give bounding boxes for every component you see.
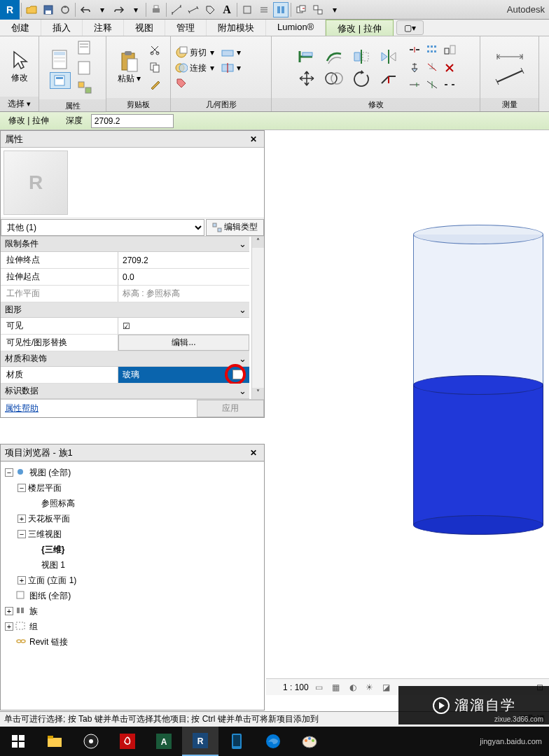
trim-button[interactable] bbox=[376, 68, 401, 89]
project-units-button[interactable] bbox=[75, 58, 96, 78]
undo-icon[interactable] bbox=[78, 2, 93, 18]
text-icon[interactable]: A bbox=[219, 2, 235, 18]
save-icon[interactable] bbox=[41, 2, 56, 18]
split-gap-button[interactable] bbox=[441, 76, 458, 93]
sun-path-icon[interactable]: ☀ bbox=[363, 681, 376, 694]
measure-icon[interactable] bbox=[169, 2, 184, 18]
redo-dropdown-icon[interactable]: ▾ bbox=[128, 2, 144, 18]
netease-icon[interactable] bbox=[109, 727, 146, 756]
detail-icon[interactable]: ▦ bbox=[330, 681, 342, 694]
tree-groups[interactable]: +组 bbox=[2, 619, 263, 634]
cut-geometry-button[interactable]: 剪切▾ ▾ bbox=[175, 46, 241, 59]
tree-ref-level[interactable]: 参照标高 bbox=[2, 496, 263, 511]
revit-logo-icon[interactable]: R bbox=[0, 0, 20, 20]
tab-create[interactable]: 创建 bbox=[0, 20, 41, 36]
mirror-draw-button[interactable] bbox=[376, 46, 401, 67]
edge-icon[interactable] bbox=[255, 727, 291, 756]
array-button[interactable] bbox=[424, 41, 440, 58]
tab-lumion[interactable]: Lumion® bbox=[266, 20, 326, 36]
modify-button[interactable]: 修改 bbox=[4, 47, 35, 87]
copy-button[interactable] bbox=[146, 59, 163, 76]
tab-manage[interactable]: 管理 bbox=[165, 20, 207, 36]
apply-button[interactable]: 应用 bbox=[197, 400, 264, 417]
groove-icon[interactable] bbox=[73, 727, 109, 756]
start-icon[interactable] bbox=[0, 727, 36, 756]
tab-addins[interactable]: 附加模块 bbox=[207, 20, 266, 36]
family-category-button[interactable] bbox=[75, 78, 96, 98]
shadow-icon[interactable]: ◪ bbox=[380, 681, 393, 694]
pin-button[interactable] bbox=[406, 59, 423, 76]
properties-scrollbar[interactable]: ˄ ˅ bbox=[251, 237, 264, 399]
open-icon[interactable] bbox=[24, 2, 39, 18]
autocad-icon[interactable]: A bbox=[146, 727, 182, 756]
move-button[interactable] bbox=[294, 68, 319, 89]
measure-tool-icon[interactable] bbox=[494, 68, 525, 85]
tab-view[interactable]: 视图 bbox=[124, 20, 165, 36]
sync-icon[interactable] bbox=[57, 2, 73, 18]
paint-icon[interactable] bbox=[175, 77, 188, 88]
prop-row-visibility-override[interactable]: 可见性/图形替换 编辑... bbox=[1, 335, 249, 351]
tree-floor-plans[interactable]: −楼层平面 bbox=[2, 480, 263, 496]
dimension-icon[interactable] bbox=[493, 50, 527, 64]
split-button[interactable] bbox=[406, 41, 423, 58]
section-identity[interactable]: 标识数据⌄ bbox=[1, 384, 249, 399]
tree-links[interactable]: Revit 链接 bbox=[2, 634, 263, 650]
tree-families[interactable]: +族 bbox=[2, 603, 263, 619]
explorer-icon[interactable] bbox=[36, 727, 73, 756]
align-button[interactable] bbox=[294, 46, 319, 67]
join-geometry-button[interactable]: 连接▾ ▾ bbox=[175, 62, 241, 74]
close-hidden-icon[interactable] bbox=[273, 2, 289, 18]
undo-dropdown-icon[interactable]: ▾ bbox=[95, 2, 110, 18]
tree-3d-default[interactable]: {三维} bbox=[2, 542, 263, 557]
tree-ceiling-plans[interactable]: +天花板平面 bbox=[2, 511, 263, 526]
panel-select-label[interactable]: 选择 ▾ bbox=[0, 97, 39, 111]
delete-button[interactable] bbox=[441, 59, 458, 76]
family-types-button[interactable] bbox=[75, 38, 96, 57]
section-graphics[interactable]: 图形⌄ bbox=[1, 302, 249, 318]
match-button[interactable] bbox=[146, 76, 163, 93]
viewport-3d[interactable]: 1 : 100 ▭ ▦ ◐ ☀ ◪ ⊡ bbox=[266, 130, 549, 695]
mirror-pick-button[interactable] bbox=[349, 46, 374, 67]
tab-annotate[interactable]: 注释 bbox=[83, 20, 124, 36]
unpin-button[interactable] bbox=[424, 59, 440, 76]
edit-type-button[interactable]: 编辑类型 bbox=[206, 219, 264, 236]
offset-button[interactable] bbox=[321, 46, 347, 67]
properties-close-icon[interactable]: ✕ bbox=[247, 134, 260, 144]
tree-view-1[interactable]: 视图 1 bbox=[2, 557, 263, 573]
paint-icon-task[interactable] bbox=[291, 727, 328, 756]
prop-row-extrusion-start[interactable]: 拉伸起点 0.0 bbox=[1, 269, 249, 286]
revit-task-icon[interactable]: R bbox=[182, 727, 218, 756]
tag-icon[interactable] bbox=[202, 2, 218, 18]
type-selector[interactable]: 其他 (1) bbox=[1, 219, 204, 236]
section-icon[interactable] bbox=[239, 2, 255, 18]
rotate-button[interactable] bbox=[349, 68, 374, 89]
scale-button[interactable] bbox=[441, 41, 458, 58]
properties-help-link[interactable]: 属性帮助 bbox=[1, 400, 197, 417]
properties-button[interactable] bbox=[50, 48, 74, 71]
tree-sheets[interactable]: 图纸 (全部) bbox=[2, 588, 263, 603]
depth-input[interactable] bbox=[91, 114, 174, 128]
cut-button[interactable] bbox=[146, 41, 163, 58]
properties-title-bar[interactable]: 属性 ✕ bbox=[1, 131, 264, 148]
trim-single-button[interactable] bbox=[424, 76, 440, 93]
phone-icon[interactable] bbox=[218, 727, 255, 756]
paste-button[interactable]: 粘贴 ▾ bbox=[113, 48, 145, 88]
tab-overflow-dropdown[interactable]: ▢▾ bbox=[396, 20, 424, 35]
browser-title-bar[interactable]: 项目浏览器 - 族1 ✕ bbox=[1, 444, 264, 461]
prop-row-work-plane[interactable]: 工作平面 标高 : 参照标高 bbox=[1, 286, 249, 302]
view-scale[interactable]: 1 : 100 bbox=[283, 682, 309, 692]
window-icon[interactable] bbox=[310, 2, 326, 18]
model-cylinder[interactable] bbox=[413, 225, 543, 535]
section-constraints[interactable]: 限制条件⌄ bbox=[1, 237, 249, 252]
redo-icon[interactable] bbox=[111, 2, 127, 18]
thin-lines-icon[interactable] bbox=[256, 2, 272, 18]
prop-row-visible[interactable]: 可见 ☑ bbox=[1, 318, 249, 335]
prop-row-extrusion-end[interactable]: 拉伸终点 2709.2 bbox=[1, 252, 249, 269]
tree-3d-views[interactable]: −三维视图 bbox=[2, 526, 263, 542]
switch-windows-icon[interactable] bbox=[293, 2, 309, 18]
tab-modify-extrusion[interactable]: 修改 | 拉伸 bbox=[326, 20, 394, 36]
extend-button[interactable] bbox=[406, 76, 423, 93]
align-dim-icon[interactable] bbox=[186, 2, 201, 18]
section-materials[interactable]: 材质和装饰⌄ bbox=[1, 351, 249, 367]
type-properties-button[interactable] bbox=[50, 72, 71, 89]
